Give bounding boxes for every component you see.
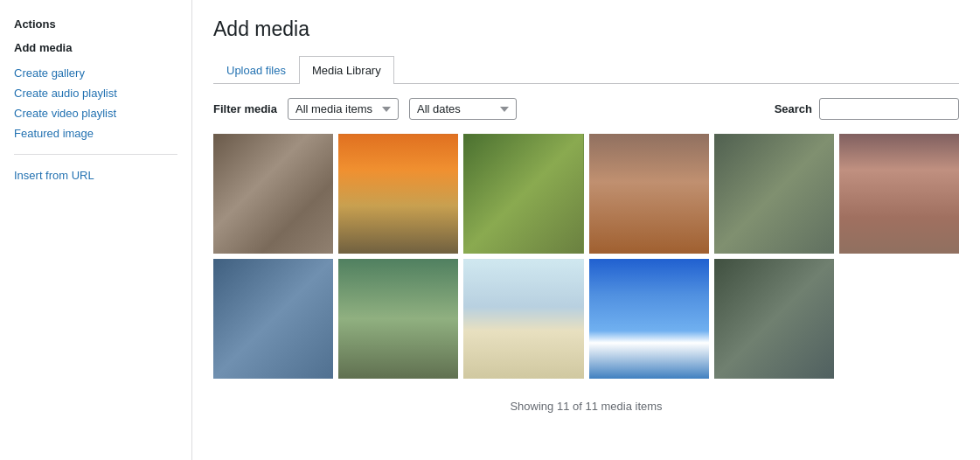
sidebar: Actions Add media Create gallery Create … [0,0,192,460]
sidebar-link-create-audio-playlist[interactable]: Create audio playlist [14,83,177,103]
page-title: Add media [213,17,959,41]
media-item-2[interactable] [338,134,458,254]
media-item-10[interactable] [589,259,709,379]
date-select[interactable]: All dates January 2024 February 2024 [409,98,517,120]
media-item-7[interactable] [213,259,333,379]
filter-label: Filter media [213,102,277,115]
media-item-8[interactable] [338,259,458,379]
media-item-3[interactable] [463,134,583,254]
sidebar-link-insert-from-url[interactable]: Insert from URL [14,165,177,185]
main-content: Add media Upload files Media Library Fil… [192,0,980,460]
media-item-5[interactable] [714,134,834,254]
search-label: Search [775,102,812,115]
media-item-6[interactable] [839,134,959,254]
search-right: Search [775,98,959,120]
media-type-select[interactable]: All media items Images Audio Video [288,98,399,120]
media-item-4[interactable] [589,134,709,254]
filter-left: Filter media All media items Images Audi… [213,98,517,120]
sidebar-link-create-gallery[interactable]: Create gallery [14,63,177,83]
sidebar-link-featured-image[interactable]: Featured image [14,123,177,143]
media-grid [213,134,959,379]
tab-media-library[interactable]: Media Library [299,56,394,84]
media-item-9[interactable] [463,259,583,379]
media-item-11[interactable] [714,259,834,379]
tab-upload-files[interactable]: Upload files [213,56,299,84]
showing-count: Showing 11 of 11 media items [213,393,959,420]
actions-label: Actions [14,17,177,31]
media-item-1[interactable] [213,134,333,254]
sidebar-divider [14,154,177,155]
filter-row: Filter media All media items Images Audi… [213,98,959,120]
search-input[interactable] [819,98,959,120]
sidebar-section-title: Add media [14,41,177,54]
tabs-container: Upload files Media Library [213,55,959,84]
sidebar-link-create-video-playlist[interactable]: Create video playlist [14,103,177,123]
